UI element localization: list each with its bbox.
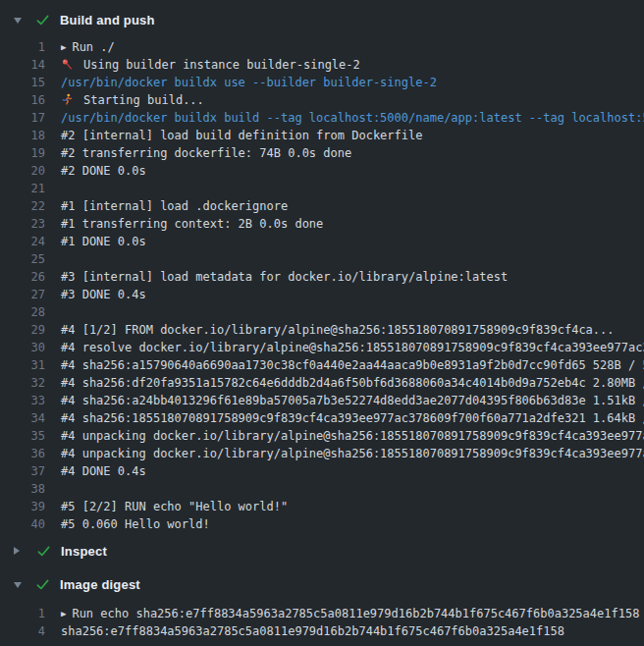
log-text: /usr/bin/docker buildx use --builder bui… [61,76,437,89]
log-line: 27#3 DONE 0.4s [0,286,644,303]
line-number[interactable]: 17 [0,109,45,127]
log-line: 33#4 sha256:a24bb4013296f61e89ba57005a7b… [0,392,644,409]
line-number[interactable]: 33 [0,392,45,409]
log-text: #2 DONE 0.0s [61,164,146,178]
chevron-down-icon[interactable] [14,582,22,588]
line-number[interactable]: 22 [0,197,45,215]
line-number[interactable]: 21 [0,180,45,197]
check-success-icon [35,13,50,27]
line-number[interactable]: 35 [0,427,45,445]
log-line: 1▶Run echo sha256:e7ff8834a5963a2785c5a0… [0,605,644,622]
line-number[interactable]: 15 [0,74,45,91]
line-number[interactable]: 29 [0,321,45,339]
log-line: 22#1 [internal] load .dockerignore [0,197,644,215]
log-line: 20#2 DONE 0.0s [0,162,644,180]
line-number[interactable]: 40 [0,515,45,533]
chevron-down-icon[interactable] [14,18,22,24]
line-number[interactable]: 30 [0,339,45,356]
log-text: #4 resolve docker.io/library/alpine@sha2… [61,341,644,354]
log-text: #1 DONE 0.0s [61,235,146,248]
log-line: 34#4 sha256:185518070891758909c9f839cf4c… [0,409,644,427]
line-number[interactable]: 1 [0,605,45,622]
log-text: #4 unpacking docker.io/library/alpine@sh… [61,447,644,460]
log-text: Starting build... [83,93,204,107]
run-toggle-icon[interactable]: ▶ [61,605,66,622]
log-text: sha256:e7ff8834a5963a2785c5a0811e979d16b… [61,624,564,638]
section-log-lines: 1▶Run ./14Using builder instance builder… [0,38,644,533]
line-number[interactable]: 31 [0,356,45,374]
log-line: 14Using builder instance builder-single-… [0,56,644,74]
line-number[interactable]: 20 [0,162,45,180]
log-text: #2 [internal] load build definition from… [61,129,422,142]
log-line: 31#4 sha256:a15790640a6690aa1730c38cf0a4… [0,356,644,374]
log-text: #3 [internal] load metadata for docker.i… [61,270,508,284]
line-number[interactable]: 19 [0,144,45,162]
log-line: 25 [0,250,644,268]
section-header-inspect[interactable]: Inspect [0,541,644,561]
log-text: #4 sha256:185518070891758909c9f839cf4ca3… [61,411,644,425]
section-build-and-push: Build and push 1▶Run ./14Using builder i… [0,10,644,533]
line-number[interactable]: 4 [0,622,45,640]
log-line: 38 [0,480,644,498]
log-text: #1 [internal] load .dockerignore [61,199,288,213]
line-number[interactable]: 34 [0,409,45,427]
line-number[interactable]: 38 [0,480,45,498]
section-title: Image digest [60,577,140,592]
line-number[interactable]: 18 [0,127,45,144]
line-number[interactable]: 28 [0,303,45,321]
section-header-build-and-push[interactable]: Build and push [0,10,644,29]
log-text: #5 0.060 Hello world! [61,517,210,531]
section-image-digest: Image digest 1▶Run echo sha256:e7ff8834a… [0,574,644,640]
line-number[interactable]: 23 [0,215,45,233]
run-toggle-icon[interactable]: ▶ [61,38,66,56]
log-text: #5 [2/2] RUN echo "Hello world!" [61,500,288,513]
log-line: 21 [0,180,644,197]
log-line: 32#4 sha256:df20fa9351a15782c64e6dddb2d4… [0,374,644,392]
section-log-lines: 1▶Run echo sha256:e7ff8834a5963a2785c5a0… [0,605,644,640]
log-text: #4 sha256:a24bb4013296f61e89ba57005a7b3e… [61,394,644,407]
log-line: 30#4 resolve docker.io/library/alpine@sh… [0,339,644,356]
log-text: #4 DONE 0.4s [61,464,146,478]
line-number[interactable]: 1 [0,38,45,56]
log-line: 36#4 unpacking docker.io/library/alpine@… [0,445,644,462]
section-title: Inspect [61,544,107,559]
pushpin-icon [61,58,76,71]
log-line: 24#1 DONE 0.0s [0,233,644,250]
log-viewer: Build and push 1▶Run ./14Using builder i… [0,10,644,640]
section-inspect: Inspect [0,541,644,561]
line-number[interactable]: 39 [0,498,45,515]
log-text: Run echo sha256:e7ff8834a5963a2785c5a081… [72,607,639,620]
line-number[interactable]: 26 [0,268,45,286]
log-text: #4 sha256:df20fa9351a15782c64e6dddb2d4a6… [61,376,644,390]
log-text: #4 unpacking docker.io/library/alpine@sh… [61,429,644,443]
log-line: 28 [0,303,644,321]
log-line: 37#4 DONE 0.4s [0,462,644,480]
log-line: 35#4 unpacking docker.io/library/alpine@… [0,427,644,445]
log-line: 29#4 [1/2] FROM docker.io/library/alpine… [0,321,644,339]
log-text: #4 sha256:a15790640a6690aa1730c38cf0a440… [61,358,644,372]
line-number[interactable]: 16 [0,91,45,109]
section-header-image-digest[interactable]: Image digest [0,574,644,594]
line-number[interactable]: 25 [0,250,45,268]
log-text: /usr/bin/docker buildx build --tag local… [61,111,644,125]
line-number[interactable]: 32 [0,374,45,392]
log-line: 15/usr/bin/docker buildx use --builder b… [0,74,644,91]
log-line: 39#5 [2/2] RUN echo "Hello world!" [0,498,644,515]
line-number[interactable]: 36 [0,445,45,462]
log-text: #3 DONE 0.4s [61,288,146,301]
log-line: 18#2 [internal] load build definition fr… [0,127,644,144]
log-line: 40#5 0.060 Hello world! [0,515,644,533]
log-line: 23#1 transferring context: 2B 0.0s done [0,215,644,233]
check-success-icon [36,544,51,559]
section-title: Build and push [60,13,155,27]
log-line: 16Starting build... [0,91,644,109]
line-number[interactable]: 37 [0,462,45,480]
log-line: 26#3 [internal] load metadata for docker… [0,268,644,286]
line-number[interactable]: 24 [0,233,45,250]
log-text: #1 transferring context: 2B 0.0s done [61,217,323,231]
runner-icon [61,93,76,106]
chevron-right-icon[interactable] [14,547,20,555]
check-success-icon [35,577,50,592]
line-number[interactable]: 14 [0,56,45,74]
line-number[interactable]: 27 [0,286,45,303]
